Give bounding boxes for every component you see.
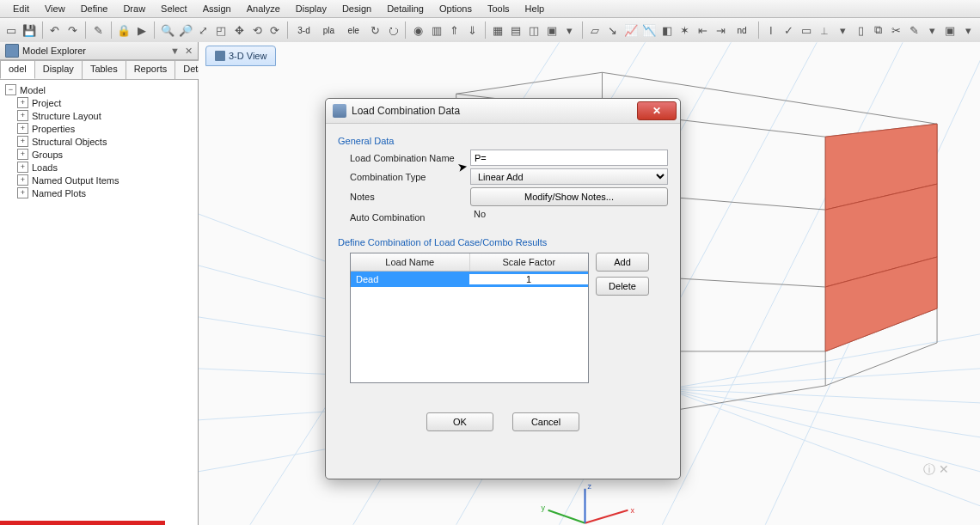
split-icon[interactable]: ◫ (525, 20, 542, 40)
tool-b-icon[interactable]: ▾ (960, 20, 977, 40)
expand-icon[interactable]: + (17, 162, 28, 173)
cut-icon[interactable]: ✂ (888, 20, 904, 40)
model-tree[interactable]: −Model +Project +Structure Layout +Prope… (0, 80, 198, 525)
viewport-hint-icons[interactable]: ⓘ ✕ (923, 462, 949, 478)
save-icon[interactable]: 💾 (21, 20, 38, 40)
tree-item-structural-objects[interactable]: +Structural Objects (5, 135, 193, 148)
chart2-icon[interactable]: 📉 (640, 20, 657, 40)
menu-display[interactable]: Display (288, 2, 334, 15)
menu-view[interactable]: View (37, 2, 73, 15)
arrow-down-icon[interactable]: ⇓ (464, 20, 481, 40)
run-icon[interactable]: ▶ (134, 20, 150, 40)
view-plan-button[interactable]: pla (317, 20, 340, 40)
tab-tables[interactable]: Tables (82, 60, 126, 79)
panel-menu-icon[interactable]: ▼ (170, 46, 180, 56)
tile-icon[interactable]: ▤ (507, 20, 524, 40)
rotate-icon[interactable]: ↻ (367, 20, 383, 40)
chart1-icon[interactable]: 📈 (622, 20, 639, 40)
zoom-extents-icon[interactable]: ⤢ (195, 20, 211, 40)
combo-name-input[interactable] (470, 150, 668, 166)
view-next-icon[interactable]: ⟳ (266, 20, 283, 40)
first-icon[interactable]: ⇤ (695, 20, 711, 40)
group-icon[interactable]: ▦ (489, 20, 505, 40)
col-scale[interactable]: Scale Factor (470, 253, 589, 271)
redo-icon[interactable]: ↷ (64, 20, 81, 40)
snap-icon[interactable]: ✶ (677, 20, 693, 40)
tree-item-loads[interactable]: +Loads (5, 161, 193, 174)
persp-icon[interactable]: ▱ (587, 20, 603, 40)
zoom-window-icon[interactable]: ◰ (213, 20, 230, 40)
col-loadname[interactable]: Load Name (351, 253, 470, 271)
dialog-titlebar[interactable]: Load Combination Data ✕ (326, 99, 680, 124)
combo-type-select[interactable]: Linear Add (470, 168, 668, 185)
tree-item-properties[interactable]: +Properties (5, 122, 193, 135)
tree-item-project[interactable]: +Project (5, 96, 193, 109)
open-icon[interactable]: ▭ (3, 20, 20, 40)
expand-icon[interactable]: + (17, 187, 28, 198)
tool-a-icon[interactable]: ▣ (942, 20, 959, 40)
menu-design[interactable]: Design (334, 2, 379, 15)
menu-detailing[interactable]: Detailing (379, 2, 432, 15)
menu-draw[interactable]: Draw (115, 2, 153, 15)
view-3d-button[interactable]: 3-d (292, 20, 315, 40)
modify-notes-button[interactable]: Modify/Show Notes... (470, 187, 668, 206)
view-tab-3d[interactable]: 3-D View (205, 46, 276, 66)
undo-icon[interactable]: ↶ (47, 20, 64, 40)
measure-icon[interactable]: ✎ (90, 20, 107, 40)
add-button[interactable]: Add (596, 253, 649, 272)
zoom-in-icon[interactable]: 🔍 (159, 20, 175, 40)
expand-icon[interactable]: + (17, 97, 28, 108)
tree-root[interactable]: −Model (5, 83, 193, 96)
tree-item-named-plots[interactable]: +Named Plots (5, 186, 193, 199)
menu-edit[interactable]: Edit (5, 2, 37, 15)
menu-help[interactable]: Help (518, 2, 553, 15)
more-icon[interactable]: ▾ (924, 20, 940, 40)
view-prev-icon[interactable]: ⟲ (249, 20, 266, 40)
model-icon[interactable]: ▣ (543, 20, 560, 40)
tab-model[interactable]: odel (0, 60, 35, 79)
expand-icon[interactable]: + (17, 174, 28, 186)
table-row[interactable]: Dead 1 (351, 272, 588, 287)
combo-table[interactable]: Load Name Scale Factor Dead 1 (350, 253, 589, 383)
delete-button[interactable]: Delete (596, 277, 649, 296)
nd-button[interactable]: nd (731, 20, 754, 40)
dim-icon[interactable]: ⟂ (817, 20, 833, 40)
link-icon[interactable]: ⧉ (871, 20, 887, 40)
view-elev-button[interactable]: ele (342, 20, 365, 40)
expand-icon[interactable]: + (17, 149, 28, 160)
check-icon[interactable]: ✓ (781, 20, 797, 40)
lock-icon[interactable]: 🔒 (116, 20, 132, 40)
object-icon[interactable]: ◉ (410, 20, 426, 40)
menu-options[interactable]: Options (432, 2, 480, 15)
draw-icon[interactable]: ✎ (906, 20, 922, 40)
text-icon[interactable]: I (763, 20, 779, 40)
collapse-icon[interactable]: − (5, 84, 16, 95)
expand-icon[interactable]: + (17, 136, 28, 147)
menu-select[interactable]: Select (153, 2, 195, 15)
menu-define[interactable]: Define (73, 2, 116, 15)
close-icon[interactable]: ✕ (637, 101, 677, 120)
cell-scale[interactable]: 1 (469, 274, 588, 284)
rect-icon[interactable]: ▭ (799, 20, 815, 40)
orbit-icon[interactable]: ⭮ (385, 20, 401, 40)
expand-icon[interactable]: + (17, 110, 28, 121)
tab-display[interactable]: Display (34, 60, 83, 79)
tree-item-named-output[interactable]: +Named Output Items (5, 174, 193, 186)
menu-analyze[interactable]: Analyze (239, 2, 288, 15)
shrink-icon[interactable]: ↘ (605, 20, 622, 40)
pan-icon[interactable]: ✥ (231, 20, 248, 40)
expand-icon[interactable]: + (17, 123, 28, 134)
arrow-up-icon[interactable]: ⇑ (446, 20, 462, 40)
ok-button[interactable]: OK (426, 412, 493, 431)
tree-item-groups[interactable]: +Groups (5, 148, 193, 161)
chevron-down-icon[interactable]: ▾ (561, 20, 578, 40)
col-icon[interactable]: ▯ (853, 20, 869, 40)
zoom-out-icon[interactable]: 🔎 (177, 20, 193, 40)
menu-assign[interactable]: Assign (195, 2, 239, 15)
panel-close-icon[interactable]: ✕ (185, 46, 193, 57)
section-icon[interactable]: ▥ (428, 20, 444, 40)
cancel-button[interactable]: Cancel (512, 412, 579, 431)
named-view-icon[interactable]: ◧ (658, 20, 675, 40)
prop-icon[interactable]: ▾ (835, 20, 851, 40)
menu-tools[interactable]: Tools (480, 2, 518, 15)
